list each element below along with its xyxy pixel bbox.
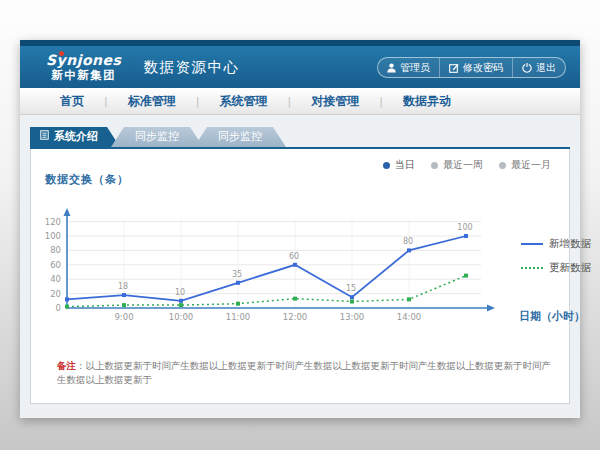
data-point-label: 15 bbox=[346, 284, 356, 293]
nav-item-system-mgmt[interactable]: 系统管理 bbox=[199, 93, 287, 110]
page-title: 数据资源中心 bbox=[143, 58, 239, 77]
data-point-marker bbox=[179, 303, 183, 307]
logo-text-en: Synjones bbox=[46, 53, 121, 68]
data-point-marker bbox=[65, 297, 69, 301]
dotted-line-icon bbox=[521, 267, 543, 269]
footnote-colon: ： bbox=[76, 360, 86, 371]
power-icon bbox=[522, 63, 532, 73]
nav-item-home[interactable]: 首页 bbox=[40, 93, 104, 110]
radio-dot-icon bbox=[499, 162, 506, 169]
chart-panel: 当日 最近一周 最近一月 数据交换（条） 0204060801001209:00… bbox=[30, 149, 570, 404]
y-axis-arrow-icon bbox=[64, 208, 71, 216]
data-point-label: 80 bbox=[403, 237, 413, 246]
nav-item-integration-mgmt[interactable]: 对接管理 bbox=[291, 93, 379, 110]
change-password-button[interactable]: 修改密码 bbox=[439, 58, 512, 77]
y-tick-label: 40 bbox=[50, 274, 61, 284]
x-tick-label: 12:00 bbox=[283, 312, 308, 322]
range-option-today[interactable]: 当日 bbox=[383, 158, 415, 172]
logo-text-cn: 新中新集团 bbox=[46, 69, 121, 81]
data-point-marker bbox=[350, 300, 354, 304]
y-tick-label: 20 bbox=[50, 289, 61, 299]
x-axis-title: 日期（小时） bbox=[519, 309, 585, 324]
x-axis-arrow-icon bbox=[487, 305, 495, 312]
chart-row: 0204060801001209:0010:0011:0012:0013:001… bbox=[39, 193, 561, 333]
solid-line-icon bbox=[521, 243, 543, 245]
line-chart: 0204060801001209:0010:0011:0012:0013:001… bbox=[39, 193, 509, 333]
tab-system-intro[interactable]: 系统介绍 bbox=[30, 127, 120, 147]
desktop-background: Synjones 新中新集团 数据资源中心 管理员 修改密码 bbox=[0, 0, 600, 450]
tab-label: 同步监控 bbox=[218, 130, 262, 143]
legend-label: 更新数据 bbox=[549, 261, 591, 275]
legend-item-new-data[interactable]: 新增数据 bbox=[521, 237, 591, 251]
data-point-marker bbox=[293, 263, 297, 267]
logo-red-dot-icon bbox=[59, 51, 64, 56]
data-point-marker bbox=[236, 281, 240, 285]
range-option-last-week[interactable]: 最近一周 bbox=[431, 158, 483, 172]
data-point-marker bbox=[407, 297, 411, 301]
content-area: 系统介绍 同步监控 同步监控 当日 最近一 bbox=[20, 115, 580, 404]
x-tick-label: 13:00 bbox=[340, 312, 365, 322]
footnote-label: 备注 bbox=[57, 360, 76, 371]
data-point-marker bbox=[65, 305, 69, 309]
y-tick-label: 100 bbox=[45, 231, 61, 241]
edit-icon bbox=[449, 63, 459, 73]
series-line-1 bbox=[67, 276, 466, 307]
nav-item-data-change[interactable]: 数据异动 bbox=[383, 93, 471, 110]
current-user-label: 管理员 bbox=[400, 61, 430, 75]
data-point-marker bbox=[293, 297, 297, 301]
radio-dot-icon bbox=[383, 162, 390, 169]
data-point-label: 18 bbox=[118, 282, 128, 291]
x-tick-label: 10:00 bbox=[169, 312, 194, 322]
tab-bar: 系统介绍 同步监控 同步监控 bbox=[30, 127, 570, 147]
footnote: 备注：以上数据更新于时间产生数据以上数据更新于时间产生数据以上数据更新于时间产生… bbox=[57, 359, 553, 388]
document-icon bbox=[40, 127, 49, 147]
y-axis-title: 数据交换（条） bbox=[45, 172, 129, 187]
data-point-marker bbox=[236, 302, 240, 306]
data-point-label: 60 bbox=[289, 252, 299, 261]
app-window: Synjones 新中新集团 数据资源中心 管理员 修改密码 bbox=[20, 40, 580, 418]
x-tick-label: 9:00 bbox=[114, 312, 133, 322]
data-point-label: 35 bbox=[232, 270, 242, 279]
y-tick-label: 120 bbox=[45, 217, 61, 227]
user-icon bbox=[387, 63, 396, 73]
nav-item-standard-mgmt[interactable]: 标准管理 bbox=[108, 93, 196, 110]
legend-label: 新增数据 bbox=[549, 237, 591, 251]
range-option-label: 最近一周 bbox=[443, 158, 483, 172]
y-tick-label: 80 bbox=[50, 245, 61, 255]
change-password-label: 修改密码 bbox=[463, 61, 503, 75]
data-point-marker bbox=[464, 274, 468, 278]
chart-legend: 新增数据 更新数据 bbox=[521, 237, 591, 275]
range-selector: 当日 最近一周 最近一月 bbox=[383, 158, 551, 172]
range-option-last-month[interactable]: 最近一月 bbox=[499, 158, 551, 172]
footnote-text: 以上数据更新于时间产生数据以上数据更新于时间产生数据以上数据更新于时间产生数据以… bbox=[57, 360, 551, 385]
data-point-marker bbox=[122, 293, 126, 297]
data-point-marker bbox=[122, 303, 126, 307]
data-point-label: 10 bbox=[175, 288, 185, 297]
y-tick-label: 60 bbox=[50, 260, 61, 270]
x-tick-label: 14:00 bbox=[397, 312, 422, 322]
data-point-marker bbox=[464, 234, 468, 238]
logout-label: 退出 bbox=[536, 61, 556, 75]
logout-button[interactable]: 退出 bbox=[512, 58, 565, 77]
y-tick-label: 0 bbox=[56, 303, 61, 313]
tab-sync-monitor-2[interactable]: 同步监控 bbox=[194, 127, 286, 147]
legend-item-updated-data[interactable]: 更新数据 bbox=[521, 261, 591, 275]
tab-sync-monitor-1[interactable]: 同步监控 bbox=[111, 127, 203, 147]
radio-dot-icon bbox=[431, 162, 438, 169]
range-option-label: 当日 bbox=[395, 158, 415, 172]
data-point-marker bbox=[350, 295, 354, 299]
current-user-button[interactable]: 管理员 bbox=[378, 58, 439, 77]
x-tick-label: 11:00 bbox=[226, 312, 251, 322]
company-logo: Synjones 新中新集团 bbox=[46, 53, 121, 82]
data-point-marker bbox=[179, 299, 183, 303]
data-point-marker bbox=[407, 248, 411, 252]
tab-label: 同步监控 bbox=[135, 130, 179, 143]
data-point-label: 100 bbox=[457, 223, 472, 232]
user-toolbar: 管理员 修改密码 退出 bbox=[377, 57, 566, 78]
range-option-label: 最近一月 bbox=[511, 158, 551, 172]
app-header: Synjones 新中新集团 数据资源中心 管理员 修改密码 bbox=[20, 46, 580, 88]
main-nav: 首页 | 标准管理 | 系统管理 | 对接管理 | 数据异动 bbox=[20, 88, 580, 115]
tab-label: 系统介绍 bbox=[54, 127, 98, 147]
